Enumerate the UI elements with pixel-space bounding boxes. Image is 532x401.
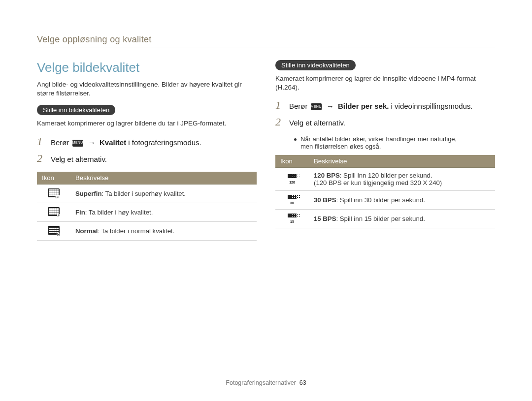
content-columns: Velge bildekvalitet Angi bilde- og video… — [37, 60, 495, 241]
image-quality-table: Ikon Beskrivelse Superfin: Ta bilder i s… — [37, 172, 257, 241]
left-column: Velge bildekvalitet Angi bilde- og video… — [37, 60, 257, 241]
step-2: 2 Velg et alternativ. — [37, 152, 257, 165]
table-row: 15 15 BPS: Spill inn 15 bilder per sekun… — [275, 210, 495, 228]
t: Normal — [75, 227, 98, 235]
t: : Ta bilder i høy kvalitet. — [85, 209, 153, 216]
t: Bilder per sek. — [338, 102, 389, 110]
intro-text: Angi bilde- og videokvalitetsinnstilling… — [37, 80, 257, 98]
step-text: Velg et alternativ. — [51, 155, 107, 164]
arrow-icon: → — [327, 102, 334, 110]
t: 120 — [286, 181, 298, 184]
step-number: 1 — [275, 99, 284, 112]
t: Berør — [289, 102, 310, 110]
note-list: Når antallet bilder øker, virker handlin… — [294, 135, 495, 150]
step-1: 1 Berør MENU → Kvalitet i fotograferings… — [37, 135, 257, 148]
t: : Spill inn 15 bilder per sekund. — [336, 215, 425, 222]
grid-icon — [48, 226, 60, 235]
th-icon: Ikon — [37, 172, 70, 185]
film-icon: 120 — [286, 174, 298, 183]
subsection-pill-video-quality: Stille inn videokvaliteten — [275, 60, 356, 70]
bullet-icon — [294, 138, 297, 141]
grid-icon — [48, 207, 60, 216]
t: : Ta bilder i normal kvalitet. — [98, 227, 174, 235]
t: 120 BPS — [314, 172, 340, 179]
footer-section: Fotograferingsalternativer — [226, 379, 296, 386]
table-row: Superfin: Ta bilder i superhøy kvalitet. — [37, 184, 257, 203]
t: Superfin — [75, 190, 101, 197]
table-row: Normal: Ta bilder i normal kvalitet. — [37, 221, 257, 240]
table-row: 30 30 BPS: Spill inn 30 bilder per sekun… — [275, 191, 495, 210]
section-title: Velge bildekvalitet — [37, 60, 257, 75]
step-number: 1 — [37, 135, 46, 148]
table-row: Fin: Ta bilder i høy kvalitet. — [37, 203, 257, 221]
image-quality-desc: Kameraet komprimerer og lagrer bildene d… — [37, 119, 257, 128]
right-column: Stille inn videokvaliteten Kameraet komp… — [275, 60, 495, 241]
grid-icon — [48, 188, 60, 197]
step-2: 2 Velg et alternativ. — [275, 116, 495, 128]
film-icon: 30 — [286, 195, 298, 204]
step-1: 1 Berør MENU → Bilder per sek. i videoin… — [275, 99, 495, 112]
t: 30 BPS — [314, 196, 336, 204]
arrow-icon: → — [88, 138, 96, 147]
menu-icon: MENU — [72, 140, 83, 147]
step-text: Velg et alternativ. — [289, 119, 345, 128]
page-header: Velge oppløsning og kvalitet — [37, 34, 495, 48]
page-number: 63 — [299, 379, 306, 386]
t: Når antallet bilder øker, virker handlin… — [300, 135, 457, 143]
step-text: Berør MENU → Bilder per sek. i videoinns… — [289, 102, 473, 111]
menu-icon: MENU — [311, 103, 322, 110]
film-icon: 15 — [286, 214, 298, 222]
steps-left: 1 Berør MENU → Kvalitet i fotograferings… — [37, 135, 257, 165]
t: 30 — [286, 201, 298, 205]
t: : Spill inn 30 bilder per sekund. — [336, 196, 425, 204]
video-quality-desc: Kameraet komprimerer og lagrer de innspi… — [275, 74, 495, 92]
t: 15 — [286, 220, 298, 223]
th-desc: Beskrivelse — [70, 172, 257, 185]
list-item: Når antallet bilder øker, virker handlin… — [294, 135, 495, 150]
t: 15 BPS — [314, 215, 336, 222]
t: (120 BPS er kun tilgjengelig med 320 X 2… — [314, 179, 442, 186]
t: Berør — [51, 138, 71, 147]
t: : Spill inn 120 bilder per sekund. — [340, 172, 432, 179]
th-icon: Ikon — [275, 155, 309, 168]
t: : Ta bilder i superhøy kvalitet. — [101, 190, 186, 197]
table-row: 120 120 BPS: Spill inn 120 bilder per se… — [275, 168, 495, 191]
t: Fin — [75, 209, 85, 216]
subsection-pill-image-quality: Stille inn bildekvaliteten — [37, 105, 115, 115]
page-footer: Fotograferingsalternativer 63 — [0, 379, 532, 386]
step-number: 2 — [37, 152, 46, 165]
t: i fotograferingsmodus. — [126, 138, 201, 147]
t: i videoinnspillingsmodus. — [389, 102, 472, 110]
step-number: 2 — [275, 116, 284, 128]
steps-right: 1 Berør MENU → Bilder per sek. i videoin… — [275, 99, 495, 128]
th-desc: Beskrivelse — [309, 155, 495, 168]
video-quality-table: Ikon Beskrivelse 120 120 BPS: Spill inn … — [275, 155, 495, 228]
t: Kvalitet — [100, 138, 126, 147]
step-text: Berør MENU → Kvalitet i fotograferingsmo… — [51, 138, 201, 148]
t: men filstørrelsen økes også. — [300, 143, 457, 150]
